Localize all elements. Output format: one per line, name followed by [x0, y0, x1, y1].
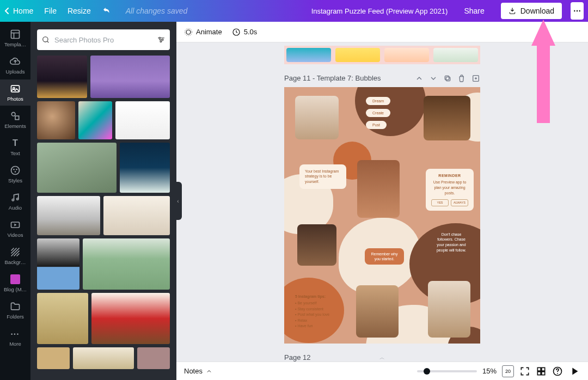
photo-thumb[interactable]: [120, 143, 170, 193]
svg-point-6: [13, 169, 15, 170]
photo-thumb[interactable]: [90, 56, 170, 98]
canvas-image[interactable]: [356, 285, 399, 338]
canvas-text[interactable]: Don't chase followers. Chase your passio…: [428, 232, 475, 253]
photo-thumb[interactable]: [137, 347, 170, 369]
photo-thumb[interactable]: [37, 238, 79, 290]
more-button[interactable]: ⋯: [571, 2, 584, 20]
chevron-up-icon[interactable]: ︿: [375, 355, 390, 360]
resize-menu[interactable]: Resize: [68, 7, 91, 15]
help-icon[interactable]: [552, 366, 563, 377]
canvas-image[interactable]: [357, 160, 400, 218]
download-button[interactable]: Download: [501, 3, 562, 19]
photo-thumb[interactable]: [37, 196, 100, 235]
svg-rect-19: [446, 77, 450, 81]
add-page-icon[interactable]: [471, 74, 480, 83]
share-button[interactable]: Share: [456, 3, 492, 19]
delete-page-icon[interactable]: [457, 74, 466, 83]
photo-thumb[interactable]: [37, 347, 70, 369]
canvas-image[interactable]: [295, 96, 339, 139]
canvas-toolbar: Animate 5.0s: [176, 22, 588, 42]
canvas-pill[interactable]: Dream: [366, 97, 390, 105]
save-status: All changes saved: [126, 7, 188, 15]
canvas-button[interactable]: YES: [431, 199, 449, 207]
duplicate-page-icon[interactable]: [443, 74, 452, 83]
footer-bar: Notes 15% 20: [176, 361, 588, 380]
animate-button[interactable]: Animate: [184, 28, 222, 36]
more-icon: •••: [10, 328, 21, 339]
photo-thumb[interactable]: [37, 293, 88, 344]
photo-thumb[interactable]: [83, 238, 170, 290]
photo-thumb[interactable]: [73, 347, 134, 369]
search-icon: [41, 35, 50, 44]
rail-uploads[interactable]: Uploads: [0, 52, 30, 78]
rail-photos[interactable]: Photos: [0, 79, 30, 106]
file-menu[interactable]: File: [44, 7, 57, 15]
rail-background[interactable]: Backgr…: [0, 243, 30, 269]
photo-thumb[interactable]: [37, 101, 75, 139]
canvas-text[interactable]: 5 Instagram tips: • Be yourself • Stay c…: [295, 294, 355, 329]
svg-rect-4: [15, 116, 19, 120]
canvas-scroll[interactable]: Page 11 - Template 7: Bubbles: [176, 42, 588, 361]
folders-icon: [10, 301, 21, 312]
page-header: Page 11 - Template 7: Bubbles: [284, 74, 480, 83]
svg-rect-23: [542, 367, 545, 371]
rail-styles[interactable]: Styles: [0, 161, 30, 187]
page-preview-strip[interactable]: [284, 46, 480, 64]
photo-thumb[interactable]: [103, 196, 170, 235]
canvas-pill[interactable]: Post: [366, 121, 387, 129]
rail-templates[interactable]: Templa…: [0, 25, 30, 51]
canvas-image[interactable]: [297, 224, 336, 266]
present-icon[interactable]: [568, 365, 580, 377]
canvas-text: REMINDER: [431, 173, 468, 179]
notes-button[interactable]: Notes: [184, 367, 212, 375]
search-input[interactable]: [54, 36, 152, 44]
rail-blog[interactable]: Blog (M…: [0, 270, 30, 296]
rail-text[interactable]: T Text: [0, 134, 30, 160]
svg-point-15: [160, 41, 162, 42]
rail-label: Videos: [8, 232, 23, 238]
design-page[interactable]: Dream Create Post Your best Instagram st…: [284, 87, 480, 344]
canvas-image[interactable]: [424, 96, 470, 140]
canvas-pill[interactable]: Create: [366, 109, 390, 117]
canvas-image[interactable]: [428, 281, 470, 338]
rail-more[interactable]: ••• More: [0, 324, 30, 351]
canvas-card[interactable]: Remember why you started.: [365, 248, 404, 265]
svg-point-7: [16, 169, 17, 170]
canvas-button[interactable]: ALWAYS: [451, 199, 468, 207]
rail-label: Backgr…: [4, 259, 26, 265]
duration-button[interactable]: 5.0s: [232, 28, 258, 36]
photo-thumb[interactable]: [78, 101, 112, 139]
filter-icon[interactable]: [157, 35, 166, 44]
background-icon: [10, 247, 21, 258]
rail-videos[interactable]: Videos: [0, 216, 30, 242]
svg-rect-25: [542, 371, 545, 375]
search-bar[interactable]: [37, 29, 170, 50]
animate-icon: [184, 28, 193, 36]
canvas-text: Use Preview app to plan your amazing pos…: [431, 180, 468, 195]
photo-thumb[interactable]: [37, 56, 87, 98]
chevron-up-icon[interactable]: [415, 74, 424, 83]
canvas-card[interactable]: Your best Instagram strategy is to be yo…: [299, 164, 346, 189]
duration-label: 5.0s: [244, 28, 258, 36]
zoom-slider[interactable]: [417, 370, 477, 372]
undo-icon[interactable]: [102, 6, 112, 16]
canvas-area: Animate 5.0s Page 11 - Template 7: Bubbl…: [176, 22, 588, 380]
rail-audio[interactable]: Audio: [0, 188, 30, 214]
photo-thumb[interactable]: [37, 143, 117, 193]
fullscreen-icon[interactable]: [519, 366, 530, 377]
rail-elements[interactable]: Elements: [0, 107, 30, 133]
home-button[interactable]: Home: [4, 7, 33, 15]
page-count-badge[interactable]: 20: [502, 365, 514, 377]
chevron-down-icon[interactable]: [429, 74, 438, 83]
photo-thumb[interactable]: [91, 293, 170, 344]
photo-thumb[interactable]: [115, 101, 170, 139]
zoom-value[interactable]: 15%: [482, 367, 497, 375]
canvas-card[interactable]: REMINDER Use Preview app to plan your am…: [426, 169, 474, 211]
chevron-left-icon: [4, 8, 10, 14]
notes-label: Notes: [184, 367, 203, 375]
document-title[interactable]: Instagram Puzzle Feed (Preview App 2021): [311, 7, 448, 15]
grid-view-icon[interactable]: [536, 366, 547, 377]
svg-rect-22: [537, 367, 541, 371]
rail-folders[interactable]: Folders: [0, 297, 30, 323]
home-label: Home: [13, 7, 33, 15]
